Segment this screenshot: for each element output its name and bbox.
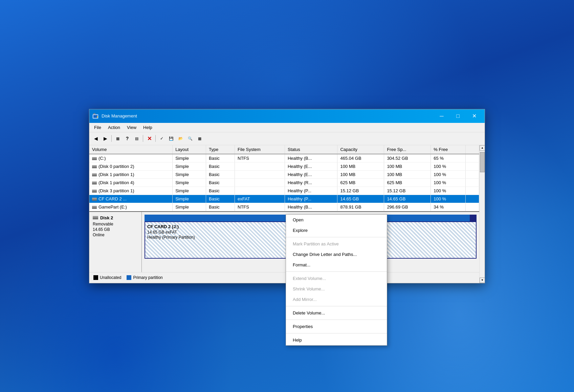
col-filesystem[interactable]: File System [235,145,285,154]
back-button[interactable]: ◀ [91,134,100,143]
cell-volume: (C:) [89,154,173,162]
cell-pct: 100 % [431,187,466,195]
scroll-track[interactable] [480,151,485,278]
menu-file[interactable]: File [91,124,105,131]
scroll-thumb[interactable] [480,152,485,172]
check-button[interactable]: ✓ [157,134,166,143]
search-toolbar-button[interactable]: 🔍 [186,134,195,143]
ctx-item-properties[interactable]: Properties [286,321,387,332]
partition-button[interactable]: ▤ [132,134,141,143]
cell-type: Basic [206,187,235,195]
table-row[interactable]: (Disk 0 partition 2) Simple Basic Health… [89,162,479,170]
table-row[interactable]: (Disk 3 partition 1) Simple Basic Health… [89,187,479,195]
legend-bar: Unallocated Primary partition [89,272,479,283]
help-toolbar-button[interactable]: ? [123,134,132,143]
legend-primary-label: Primary partition [133,275,162,280]
cell-free: 304.52 GB [384,154,431,162]
cell-capacity: 100 MB [337,170,384,178]
minimize-button[interactable]: ─ [434,111,449,122]
menu-action[interactable]: Action [105,124,124,131]
cell-extra [466,203,479,211]
ctx-item-open[interactable]: Open [286,215,387,225]
col-capacity[interactable]: Capacity [337,145,384,154]
folder-toolbar-button[interactable]: 📂 [176,134,185,143]
menu-bar: File Action View Help [89,123,485,132]
scroll-down-arrow[interactable]: ▼ [480,278,485,283]
cell-capacity: 14.65 GB [337,195,384,203]
ctx-item-delete-volume---[interactable]: Delete Volume... [286,308,387,318]
table-row[interactable]: (C:) Simple Basic NTFS Healthy (B... 465… [89,154,479,162]
table-row[interactable]: GamePart (E:) Simple Basic NTFS Healthy … [89,203,479,211]
cell-volume: GamePart (E:) [89,203,173,211]
lower-section: Disk 2 Removable 14.65 GB Online CF CARD… [89,211,479,272]
cell-extra [466,187,479,195]
cell-type: Basic [206,203,235,211]
volume-table-area: Volume Layout Type File System Status Ca… [89,145,479,211]
cell-volume: CF CARD 2 ... [89,195,173,203]
delete-toolbar-button[interactable]: ✕ [145,134,154,143]
ctx-item-explore[interactable]: Explore [286,225,387,236]
col-pctfree[interactable]: % Free [431,145,466,154]
title-bar: Disk Management ─ □ ✕ [89,109,485,123]
cell-pct: 65 % [431,154,466,162]
cell-status: Healthy (E... [285,170,337,178]
cell-extra [466,170,479,178]
cell-volume: (Disk 0 partition 2) [89,162,173,170]
cell-type: Basic [206,170,235,178]
cell-layout: Simple [173,195,206,203]
toolbar: ◀ ▶ ▦ ? ▤ ✕ ✓ 💾 📂 🔍 ▦ [89,132,485,145]
ctx-item-help[interactable]: Help [286,335,387,345]
cell-status: Healthy (P... [285,187,337,195]
cell-fs [235,170,285,178]
forward-button[interactable]: ▶ [101,134,110,143]
cell-capacity: 465.04 GB [337,154,384,162]
cell-fs: exFAT [235,195,285,203]
toolbar-sep-2 [143,135,143,142]
window-controls: ─ □ ✕ [434,111,482,122]
col-layout[interactable]: Layout [173,145,206,154]
col-status[interactable]: Status [285,145,337,154]
col-freespace[interactable]: Free Sp... [384,145,431,154]
menu-view[interactable]: View [124,124,140,131]
legend-primary-icon [127,275,131,280]
table-row[interactable]: (Disk 1 partition 1) Simple Basic Health… [89,170,479,178]
maximize-button[interactable]: □ [450,111,466,122]
disk-size: 14.65 GB [93,227,138,232]
col-volume[interactable]: Volume [89,145,173,154]
ctx-item-format---[interactable]: Format... [286,260,387,270]
cell-pct: 100 % [431,170,466,178]
cell-volume: (Disk 3 partition 1) [89,187,173,195]
ctx-separator [286,306,387,306]
cell-fs [235,178,285,187]
save-toolbar-button[interactable]: 💾 [167,134,176,143]
table-row[interactable]: (Disk 1 partition 4) Simple Basic Health… [89,178,479,187]
ctx-separator [286,333,387,333]
cell-capacity: 100 MB [337,162,384,170]
ctx-item-shrink-volume---: Shrink Volume... [286,284,387,294]
table-row[interactable]: CF CARD 2 ... Simple Basic exFAT Healthy… [89,195,479,203]
context-menu: OpenExploreMark Partition as ActiveChang… [286,214,387,346]
col-type[interactable]: Type [206,145,235,154]
toolbar-sep-1 [111,135,112,142]
ctx-item-change-drive-letter-and-paths---[interactable]: Change Drive Letter and Paths... [286,249,387,260]
cell-layout: Simple [173,203,206,211]
ctx-item-mark-partition-as-active: Mark Partition as Active [286,239,387,249]
cell-fs: NTFS [235,203,285,211]
cell-extra [466,178,479,187]
app-toolbar-button[interactable]: ▦ [195,134,204,143]
ctx-separator [286,320,387,320]
menu-help[interactable]: Help [140,124,156,131]
disk-type: Removable [93,222,138,226]
cell-status: Healthy (B... [285,203,337,211]
cell-free: 14.65 GB [384,195,431,203]
cell-pct: 34 % [431,203,466,211]
cell-free: 625 MB [384,178,431,187]
disk-name: Disk 2 [93,215,138,220]
ctx-item-add-mirror---: Add Mirror... [286,294,387,305]
cell-type: Basic [206,178,235,187]
cell-layout: Simple [173,162,206,170]
scroll-up-arrow[interactable]: ▲ [480,145,485,151]
close-button[interactable]: ✕ [466,111,482,122]
disk-view-button[interactable]: ▦ [113,134,122,143]
cell-capacity: 625 MB [337,178,384,187]
